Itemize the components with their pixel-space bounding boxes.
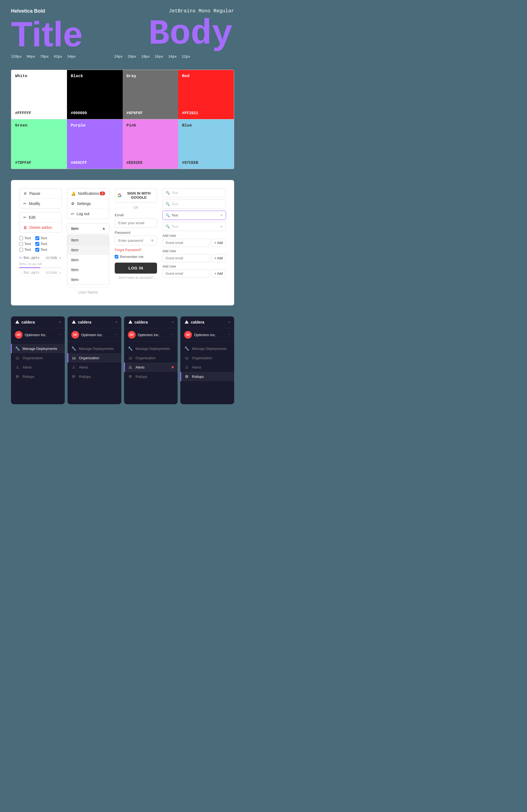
- dropdown-list-item-3[interactable]: Item: [67, 255, 109, 265]
- add-user-button-1[interactable]: + Add: [211, 239, 226, 247]
- app-chevron-0[interactable]: <: [59, 320, 61, 324]
- search-close-icon-4[interactable]: ✕: [220, 225, 223, 229]
- color-hex-purple: #A66CFF: [71, 161, 119, 165]
- color-name-black: Black: [71, 74, 119, 78]
- nav-icon-3-2: ⚠: [184, 365, 189, 369]
- checkbox-item-1a[interactable]: Text: [19, 236, 31, 240]
- checkbox-item-2b[interactable]: Text: [35, 242, 47, 246]
- file-close-icon-1[interactable]: ✕: [59, 256, 61, 260]
- right-size-20px: 20px: [128, 55, 136, 59]
- checkbox-3a[interactable]: [19, 248, 23, 252]
- nav-item-3-3[interactable]: ⚙ Rollups: [180, 372, 234, 381]
- forgot-password-link[interactable]: Forgot Password?: [115, 248, 157, 252]
- nav-item-1-3[interactable]: ⚙ Rollups: [68, 372, 121, 381]
- nav-icon-3-1: 🗂: [184, 356, 189, 360]
- search-field-1[interactable]: 🔍 Text: [162, 188, 226, 197]
- checkbox-1a[interactable]: [19, 236, 23, 240]
- app-org-row-1[interactable]: OP Optimism Inc. ⌃: [68, 328, 121, 342]
- app-chevron-3[interactable]: <: [228, 320, 230, 324]
- add-user-input-3[interactable]: [162, 270, 210, 278]
- checkbox-2b[interactable]: [35, 242, 39, 246]
- nav-item-2-3[interactable]: ⚙ Rollups: [124, 372, 178, 381]
- modify-menu-item[interactable]: ✏ Modify: [19, 199, 61, 208]
- app-org-row-2[interactable]: OP Optimism Inc. ⌃: [124, 328, 178, 342]
- checkbox-item-1b[interactable]: Text: [35, 236, 47, 240]
- search-field-3[interactable]: 🔍 Text ✕: [162, 211, 226, 220]
- add-user-section: Add User + Add Add User + Add Add User +…: [162, 234, 226, 278]
- search-icon-1: 🔍: [166, 191, 170, 195]
- search-field-4[interactable]: 🔍 Text ✕: [162, 222, 226, 231]
- checkbox-2a[interactable]: [19, 242, 23, 246]
- add-user-button-2[interactable]: + Add: [211, 254, 226, 262]
- dropdown-list-item-2[interactable]: Item: [67, 245, 109, 255]
- dropdown-list-item-5[interactable]: Item: [67, 275, 109, 285]
- edit-menu-item[interactable]: ✏ Edit: [19, 213, 61, 222]
- or-divider: OR: [115, 206, 157, 210]
- checkbox-1b[interactable]: [35, 236, 39, 240]
- org-chevron-1[interactable]: ⌃: [115, 333, 117, 336]
- dropdown-header[interactable]: Item ∧: [67, 224, 109, 233]
- app-org-row-0[interactable]: OP Optimism Inc. ⌃: [11, 328, 65, 342]
- file-size-2: 43.5MB: [46, 271, 57, 275]
- no-account-link[interactable]: Don't have an account?: [115, 276, 157, 280]
- app-nav-0: 🔧 Manage Deployments 🗂 Organization ⚠ Al…: [11, 342, 65, 404]
- nav-item-2-0[interactable]: 🔧 Manage Deployments: [124, 344, 178, 353]
- nav-item-0-0[interactable]: 🔧 Manage Deployments: [11, 344, 65, 353]
- notifications-item[interactable]: 🔔 Notifications 3: [67, 189, 109, 199]
- pause-menu-item[interactable]: ⏸ Pause: [19, 189, 61, 199]
- nav-item-0-2[interactable]: ⚠ Alerts: [11, 363, 65, 372]
- logout-item[interactable]: ↩ Log out: [67, 209, 109, 219]
- password-input-wrap: 👁: [115, 236, 157, 245]
- app-org-row-3[interactable]: OP Optimism Inc. ⌃: [180, 328, 234, 342]
- nav-item-3-1[interactable]: 🗂 Organization: [180, 353, 234, 363]
- nav-item-1-2[interactable]: ⚠ Alerts: [68, 363, 121, 372]
- email-input[interactable]: [115, 218, 157, 228]
- search-field-2[interactable]: 🔍 Text: [162, 200, 226, 208]
- org-chevron-0[interactable]: ⌃: [59, 333, 61, 336]
- add-user-button-3[interactable]: + Add: [211, 270, 226, 278]
- org-avatar-3: OP: [184, 331, 192, 339]
- delete-addon-menu-item[interactable]: 🗑 Delete addon: [19, 222, 61, 232]
- checkbox-3b[interactable]: [35, 248, 39, 252]
- nav-item-3-2[interactable]: ⚠ Alerts: [180, 363, 234, 372]
- org-name-1: Optimism Inc.: [81, 333, 113, 337]
- nav-icon-2-1: 🗂: [128, 356, 133, 360]
- settings-item[interactable]: ⚙ Settings: [67, 199, 109, 208]
- add-user-input-2[interactable]: [162, 254, 210, 262]
- checkbox-item-2a[interactable]: Text: [19, 242, 31, 246]
- org-chevron-3[interactable]: ⌃: [228, 333, 230, 336]
- nav-item-1-1[interactable]: 🗂 Organization: [68, 353, 121, 363]
- checkbox-item-3a[interactable]: Text: [19, 248, 31, 252]
- nav-item-0-3[interactable]: ⚙ Rollups: [11, 372, 65, 381]
- app-chevron-2[interactable]: <: [172, 320, 174, 324]
- search-text-3: Text: [172, 213, 218, 217]
- login-button[interactable]: LOG IN: [115, 263, 157, 274]
- nav-item-1-0[interactable]: 🔧 Manage Deployments: [68, 344, 121, 353]
- col4: 🔍 Text 🔍 Text 🔍 Text ✕ 🔍 Text ✕ Add User: [162, 188, 226, 297]
- color-swatch-blue: Blue #87CEEB: [178, 119, 234, 169]
- remember-me-checkbox[interactable]: [115, 255, 118, 259]
- nav-item-2-1[interactable]: 🗂 Organization: [124, 353, 178, 363]
- checkbox-item-3b[interactable]: Text: [35, 248, 47, 252]
- file-name-1: Doc.pptx: [24, 256, 44, 260]
- dropdown-list-item-4[interactable]: Item: [67, 265, 109, 275]
- nav-item-0-1[interactable]: 🗂 Organization: [11, 353, 65, 363]
- nav-item-2-2[interactable]: ⚠ Alerts: [124, 363, 178, 372]
- app-header-2: caldera <: [124, 316, 178, 328]
- google-signin-button[interactable]: SIGN IN WITH GOOGLE: [115, 188, 157, 203]
- caldera-logo-icon-2: [128, 320, 133, 325]
- dropdown-list-item-1[interactable]: Item: [67, 235, 109, 245]
- file-item-2: ✓ Doc.pptx 43.5MB ✕: [19, 270, 61, 276]
- app-chevron-1[interactable]: <: [115, 320, 117, 324]
- org-chevron-2[interactable]: ⌃: [172, 333, 174, 336]
- search-text-2: Text: [172, 202, 223, 206]
- eye-icon[interactable]: 👁: [151, 238, 154, 243]
- right-size-24px: 24px: [114, 55, 123, 59]
- title-display: Title: [11, 17, 83, 52]
- nav-item-3-0[interactable]: 🔧 Manage Deployments: [180, 344, 234, 353]
- add-user-input-1[interactable]: [162, 239, 210, 247]
- color-hex-green: #7DFFAF: [15, 161, 63, 165]
- edit-icon: ✏: [23, 215, 27, 219]
- search-close-icon-3[interactable]: ✕: [220, 214, 223, 217]
- file-close-icon-2[interactable]: ✕: [59, 271, 61, 275]
